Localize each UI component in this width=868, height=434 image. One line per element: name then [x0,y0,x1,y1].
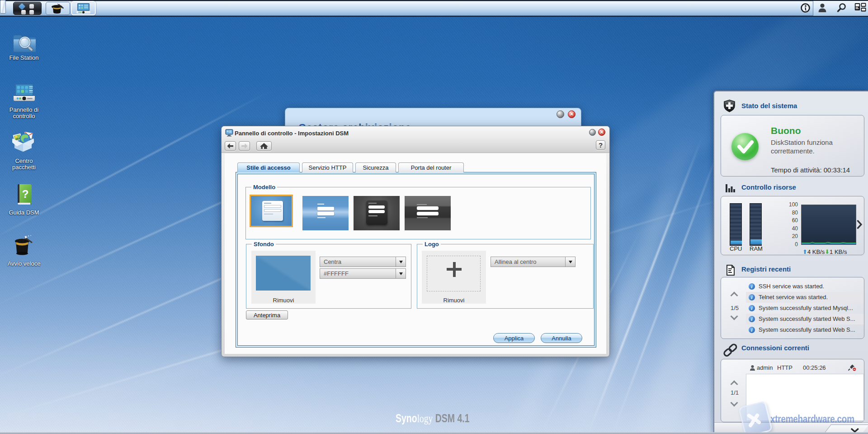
svg-text:?: ? [22,188,29,200]
